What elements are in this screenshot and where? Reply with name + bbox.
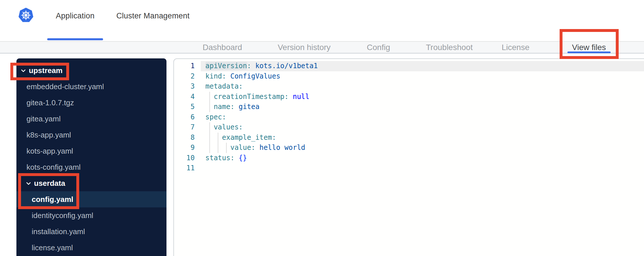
code-line-1[interactable]: 1apiVersion: kots.io/v1beta1 [174,61,644,71]
topbar-tab-application[interactable]: Application [56,12,94,20]
file-tree-sidebar: upstreamembedded-cluster.yamlgitea-1.0.7… [16,58,166,256]
subnav-item-license[interactable]: License [502,43,530,53]
token-punct: {} [234,154,247,162]
line-number: 9 [174,143,195,153]
chevron-down-icon [25,180,32,187]
line-number: 8 [174,133,195,143]
tree-item-label: userdata [34,179,65,188]
line-number: 1 [174,61,195,71]
active-tab-underline [47,38,103,40]
code-line-3[interactable]: 3metadata: [174,81,644,92]
code-line-8[interactable]: 8 example_item: [174,133,644,143]
line-source: value: hello world [205,143,305,153]
code-line-4[interactable]: 4 creationTimestamp: null [174,92,644,102]
line-number: 7 [174,122,195,133]
tree-file-gitea-1.0.7.tgz[interactable]: gitea-1.0.7.tgz [16,95,166,111]
tree-item-label: kots-app.yaml [26,147,73,156]
topbar-tab-label: Cluster Management [116,12,190,20]
tree-item-label: installation.yaml [32,227,85,236]
chevron-down-icon [20,67,27,74]
code-line-6[interactable]: 6spec: [174,112,644,123]
line-source: values: [205,122,243,133]
code-line-11[interactable]: 11 [174,163,644,173]
tree-file-embedded-cluster.yaml[interactable]: embedded-cluster.yaml [16,79,166,95]
top-navigation-bar: ApplicationCluster Management [0,0,644,42]
line-number: 3 [174,81,195,92]
tree-item-label: gitea.yaml [26,114,61,123]
subnav-item-label: Version history [278,43,331,52]
token-key: : [247,62,251,70]
kubernetes-logo [18,7,34,24]
token-str: hello world [255,144,305,152]
line-source: creationTimestamp: null [205,92,309,102]
code-line-7[interactable]: 7 values: [174,122,644,133]
file-viewer-editor[interactable]: 1apiVersion: kots.io/v1beta12kind: Confi… [173,58,644,256]
subnav-item-troubleshoot[interactable]: Troubleshoot [426,43,473,53]
tree-file-gitea.yaml[interactable]: gitea.yaml [16,111,166,127]
line-source: example_item: [205,133,276,143]
subnav-item-view-files[interactable]: View files [572,43,606,53]
line-source: apiVersion: kots.io/v1beta1 [205,61,318,71]
tree-item-label: config.yaml [32,195,73,204]
code-line-10[interactable]: 10status: {} [174,153,644,163]
subnav-item-label: Config [367,43,390,52]
line-source: name: gitea [205,102,260,112]
token-key: name: [205,103,234,111]
tree-file-installation.yaml[interactable]: installation.yaml [16,223,166,240]
subnav-item-label: Troubleshoot [426,43,473,52]
line-number: 11 [174,163,195,173]
tree-folder-userdata[interactable]: userdata [16,175,166,191]
topbar-tab-label: Application [56,12,94,20]
tree-item-label: gitea-1.0.7.tgz [26,98,74,107]
token-str: ConfigValues [226,72,280,80]
tree-item-label: upstream [29,66,62,75]
subnav-item-version-history[interactable]: Version history [278,43,331,53]
tree-item-label: license.yaml [32,243,73,252]
topbar-tab-cluster-management[interactable]: Cluster Management [116,12,190,20]
token-kw: null [289,93,309,101]
line-number: 2 [174,71,195,82]
subnav-item-label: License [502,43,530,52]
yaml-code-view[interactable]: 1apiVersion: kots.io/v1beta12kind: Confi… [174,61,644,173]
code-line-2[interactable]: 2kind: ConfigValues [174,71,644,82]
tree-folder-upstream[interactable]: upstream [16,62,166,79]
code-line-5[interactable]: 5 name: gitea [174,102,644,112]
line-source: metadata: [205,81,243,92]
token-key: status: [205,154,234,162]
tree-item-label: kots-config.yaml [26,163,81,172]
line-number: 10 [174,153,195,163]
tree-item-label: identityconfig.yaml [32,211,93,220]
tree-item-label: k8s-app.yaml [26,131,71,140]
active-subnav-underline [567,51,611,53]
tree-file-config.yaml[interactable]: config.yaml [16,191,166,207]
line-source: status: {} [205,153,247,163]
tree-file-kots-config.yaml[interactable]: kots-config.yaml [16,159,166,175]
line-number: 6 [174,112,195,123]
token-key: value: [205,144,255,152]
token-str: gitea [234,103,260,111]
token-key: kind: [205,72,226,80]
line-source: spec: [205,112,226,123]
tree-item-label: embedded-cluster.yaml [26,82,104,91]
tree-file-k8s-app.yaml[interactable]: k8s-app.yaml [16,127,166,143]
token-key: creationTimestamp: [205,93,289,101]
code-line-9[interactable]: 9 value: hello world [174,143,644,153]
tree-file-license.yaml[interactable]: license.yaml [16,240,166,256]
tree-file-kots-app.yaml[interactable]: kots-app.yaml [16,143,166,159]
subnav-item-config[interactable]: Config [367,43,390,53]
line-number: 4 [174,92,195,102]
token-key: metadata: [205,82,243,90]
line-number: 5 [174,102,195,112]
token-str: kots.io/v1beta1 [251,62,318,70]
token-key: example_item: [205,133,276,142]
token-key: values: [205,123,243,131]
application-subnav: DashboardVersion historyConfigTroublesho… [0,42,644,54]
subnav-item-dashboard[interactable]: Dashboard [203,43,242,53]
word-occurrence-highlight: apiVersion [205,62,247,70]
line-source: kind: ConfigValues [205,71,280,82]
token-key: spec: [205,113,226,121]
tree-file-identityconfig.yaml[interactable]: identityconfig.yaml [16,207,166,223]
subnav-item-label: Dashboard [203,43,242,52]
subnav-item-label: View files [572,43,606,52]
